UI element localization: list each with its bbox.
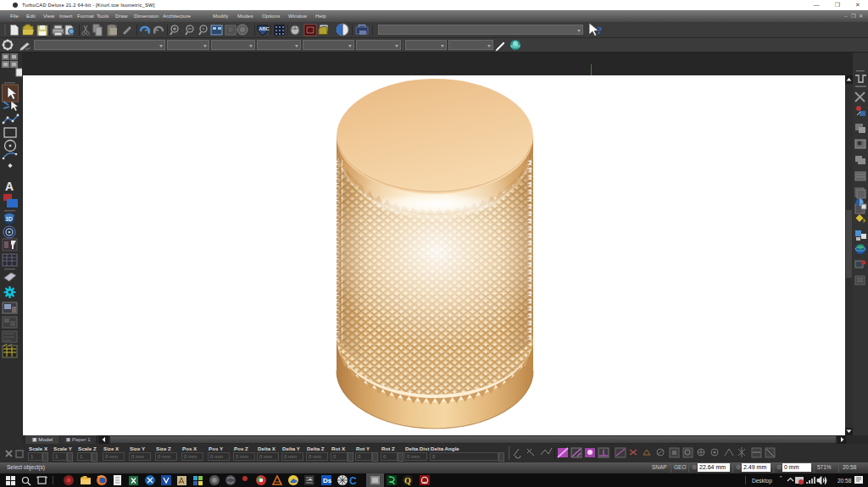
svg-text:20:58: 20:58 <box>837 478 852 484</box>
svg-text:”: ” <box>780 475 782 481</box>
svg-text:Desktop: Desktop <box>752 478 772 484</box>
svg-text:?: ? <box>597 24 603 36</box>
svg-text:C: C <box>349 475 357 487</box>
svg-text:ABC: ABC <box>259 26 270 31</box>
svg-text:A: A <box>5 180 14 193</box>
svg-text:Q: Q <box>404 476 411 485</box>
svg-text:Ds: Ds <box>323 477 332 484</box>
svg-text:3D: 3D <box>5 216 13 222</box>
